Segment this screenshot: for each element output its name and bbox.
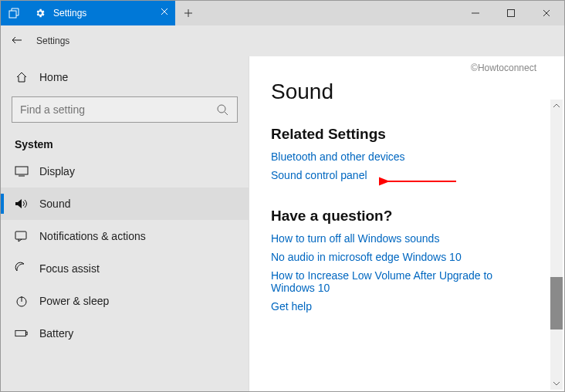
maximize-icon [504,6,518,20]
page-title: Settings [36,35,69,46]
search-box[interactable] [12,96,238,123]
display-icon [15,164,29,178]
minimize-button[interactable] [458,1,493,25]
chevron-down-icon [553,381,560,386]
main-panel: ©Howtoconnect Sound Related Settings Blu… [249,56,564,392]
link-get-help[interactable]: Get help [271,300,543,313]
link-increase-volume[interactable]: How to Increase Low Volume After Upgrade… [271,269,518,294]
nav-item-label: Battery [39,327,73,340]
titlebar: Settings [1,1,564,25]
battery-icon [15,326,29,340]
close-window-button[interactable] [529,1,564,25]
plus-icon [181,6,195,20]
svg-rect-1 [508,10,515,17]
notifications-icon [15,229,29,243]
svg-rect-4 [15,231,26,239]
nav-item-focus-assist[interactable]: Focus assist [1,252,249,285]
search-input[interactable] [20,103,215,116]
nav-item-sound[interactable]: Sound [1,188,249,220]
close-icon [540,6,553,20]
link-no-audio-edge[interactable]: No audio in microsoft edge Windows 10 [271,251,543,263]
sound-icon [15,197,29,211]
watermark: ©Howtoconnect [471,63,536,73]
new-tab-button[interactable] [175,1,201,25]
search-icon [215,103,229,117]
scroll-up-button[interactable] [550,100,563,112]
subheader: Settings [1,25,564,56]
sidebar: Home System Display Sound Notifications … [1,56,249,392]
link-bluetooth[interactable]: Bluetooth and other devices [271,150,543,163]
maximize-button[interactable] [493,1,529,25]
link-turn-off-sounds[interactable]: How to turn off all Windows sounds [271,232,543,245]
tab-close-button[interactable] [160,7,169,16]
nav-item-label: Notifications & actions [39,230,146,242]
tab-cascade-button[interactable] [1,1,27,25]
svg-rect-0 [9,11,16,18]
back-button[interactable] [10,33,24,49]
content-area: Home System Display Sound Notifications … [1,56,564,392]
nav-item-notifications[interactable]: Notifications & actions [1,220,249,252]
nav-item-battery[interactable]: Battery [1,317,249,350]
scroll-thumb[interactable] [550,277,563,329]
tab-settings[interactable]: Settings [27,1,175,25]
scroll-down-button[interactable] [550,377,563,390]
nav-home-label: Home [39,71,68,83]
back-arrow-icon [10,33,24,47]
nav-item-label: Focus assist [39,262,100,275]
cascade-icon [7,6,21,20]
question-heading: Have a question? [271,208,543,225]
window-controls [458,1,564,25]
svg-rect-3 [15,167,28,174]
home-icon [15,70,29,84]
nav-item-power-sleep[interactable]: Power & sleep [1,285,249,317]
related-settings-heading: Related Settings [271,126,543,143]
svg-rect-6 [15,330,26,336]
nav-item-display[interactable]: Display [1,155,249,188]
chevron-up-icon [553,103,560,108]
focus-assist-icon [15,262,29,275]
power-icon [15,294,29,308]
nav-item-label: Sound [39,198,70,210]
nav-item-label: Power & sleep [39,295,109,307]
vertical-scrollbar[interactable] [550,100,563,390]
gear-icon [33,6,47,20]
minimize-icon [469,6,482,20]
nav-item-label: Display [39,165,75,177]
svg-rect-7 [25,332,27,335]
category-heading: System [1,132,249,155]
main-title: Sound [271,79,543,104]
svg-point-2 [218,105,225,113]
link-sound-control-panel[interactable]: Sound control panel [271,169,543,181]
nav-home[interactable]: Home [1,63,249,92]
tab-label: Settings [53,8,86,19]
